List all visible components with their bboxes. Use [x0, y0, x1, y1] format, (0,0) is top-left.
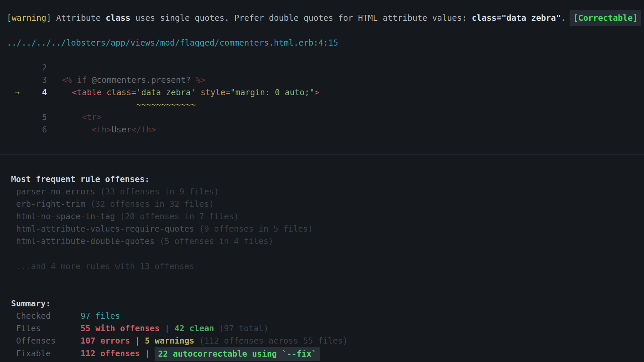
ruby-expression: @commenters.present?: [87, 75, 196, 85]
offenses-total-note: (112 offenses across 55 files): [194, 336, 347, 346]
lint-warning-line: [warning] Attribute class uses single qu…: [7, 10, 641, 26]
code-line-6: 6 <th>User</th>: [7, 123, 641, 136]
rules-heading: Most frequent rule offenses:: [7, 173, 641, 185]
file-path: ../../../../lobsters/app/views/mod/flagg…: [7, 37, 641, 49]
gutter: [7, 99, 56, 111]
warning-attribute-name: class: [106, 10, 130, 26]
equals-operator: =: [225, 87, 230, 97]
error-squiggle-underline: ~~~~~~~~~~~~: [136, 100, 196, 110]
summary-row-checked: Checked97 files: [7, 310, 641, 322]
more-rules-note: ...and 4 more rules with 13 offenses: [7, 260, 641, 273]
errors-count-value: 107 errors: [80, 336, 130, 346]
line-number-4: 4: [24, 86, 56, 99]
gutter: →4: [7, 86, 56, 99]
html-attr-style: style: [201, 87, 225, 97]
summary-label-fixable: Fixable: [16, 347, 80, 360]
rule-count: (5 offenses in 4 files): [155, 236, 273, 246]
ruby-keyword: if: [77, 75, 87, 85]
gutter: 2: [7, 61, 56, 74]
section-divider: [0, 154, 644, 155]
equals-operator: =: [131, 87, 137, 97]
summary-label-offenses: Offenses: [16, 335, 80, 347]
cell-text: User: [112, 125, 131, 134]
warning-attribute-value: class="data zebra": [472, 10, 561, 26]
html-tag-th-open: <th>: [92, 125, 112, 134]
code-snippet: 2 3<% if @commenters.present? %> →4 <tab…: [7, 61, 641, 136]
rule-item: html-no-space-in-tag (20 offenses in 7 f…: [7, 210, 641, 223]
summary-row-fixable: Fixable112 offenses | 22 autocorrectable…: [7, 347, 641, 359]
pipe-separator: |: [140, 349, 155, 358]
files-with-offenses-value: 55 with offenses: [80, 323, 160, 333]
pipe-separator: |: [130, 336, 145, 346]
attr-value-double-quoted: "margin: 0 auto;": [230, 87, 315, 97]
code-line-2: 2: [7, 61, 641, 74]
pipe-separator: |: [160, 323, 174, 333]
rule-count: (20 offenses in 7 files): [115, 212, 239, 221]
rule-item: erb-right-trim (32 offenses in 32 files): [7, 198, 641, 210]
html-tag-open: <table: [72, 87, 102, 97]
rule-item: html-attribute-values-require-quotes (9 …: [7, 223, 641, 235]
gutter: 6: [7, 123, 56, 136]
autocorrectable-badge: 22 autocorrectable using `--fix`: [155, 347, 320, 361]
erb-open-tag: <%: [62, 75, 77, 85]
html-attr-class: class: [107, 87, 131, 97]
warnings-count-value: 5 warnings: [145, 336, 195, 346]
gutter: 5: [7, 111, 56, 123]
attr-value-single-quoted: 'data zebra': [136, 87, 196, 97]
gutter: 3: [7, 74, 56, 86]
html-tag-th-close: </th>: [131, 125, 156, 134]
line-number-5: 5: [24, 111, 56, 123]
warning-message-part1: Attribute: [51, 10, 106, 26]
html-tag-tr: <tr>: [82, 112, 102, 122]
warning-message-period: .: [561, 10, 566, 26]
line-number-6: 6: [24, 123, 56, 136]
squiggle-row: ~~~~~~~~~~~~: [7, 99, 641, 111]
rule-item: parser-no-errors (33 offenses in 9 files…: [7, 185, 641, 198]
rule-count: (33 offenses in 9 files): [95, 187, 219, 196]
checked-files-value: 97 files: [80, 311, 120, 321]
fixable-offenses-value: 112 offenses: [80, 349, 140, 358]
correctable-badge: [Correctable]: [570, 10, 641, 26]
rule-name: html-attribute-double-quotes: [16, 236, 155, 246]
pointer-arrow-icon: →: [7, 86, 24, 99]
rules-list: parser-no-errors (33 offenses in 9 files…: [7, 185, 641, 247]
line-number-3: 3: [24, 74, 56, 86]
rule-count: (9 offenses in 5 files): [194, 224, 313, 234]
html-tag-close-bracket: >: [314, 87, 319, 97]
warning-severity-label: [warning]: [7, 10, 51, 26]
rule-count: (32 offenses in 32 files): [86, 199, 214, 209]
rule-name: parser-no-errors: [16, 187, 95, 196]
clean-files-value: 42 clean: [174, 323, 214, 333]
code-line-5: 5 <tr>: [7, 111, 641, 123]
summary-heading: Summary:: [7, 297, 641, 310]
total-files-note: (97 total): [214, 323, 268, 333]
summary-row-files: Files55 with offenses | 42 clean (97 tot…: [7, 322, 641, 335]
summary-label-files: Files: [16, 322, 80, 335]
erb-close-tag: %>: [196, 75, 206, 85]
summary-row-offenses: Offenses107 errors | 5 warnings (112 off…: [7, 335, 641, 347]
code-line-4-highlighted: →4 <table class='data zebra' style="marg…: [7, 86, 641, 99]
rule-item: html-attribute-double-quotes (5 offenses…: [7, 235, 641, 247]
code-line-3: 3<% if @commenters.present? %>: [7, 74, 641, 86]
warning-message-part2: uses single quotes. Prefer double quotes…: [130, 10, 472, 26]
summary-label-checked: Checked: [16, 310, 80, 322]
rule-name: html-no-space-in-tag: [16, 212, 115, 221]
rule-name: erb-right-trim: [16, 199, 86, 209]
line-number-2: 2: [24, 61, 56, 74]
rule-name: html-attribute-values-require-quotes: [16, 224, 194, 234]
terminal-output[interactable]: [warning] Attribute class uses single qu…: [7, 10, 641, 359]
